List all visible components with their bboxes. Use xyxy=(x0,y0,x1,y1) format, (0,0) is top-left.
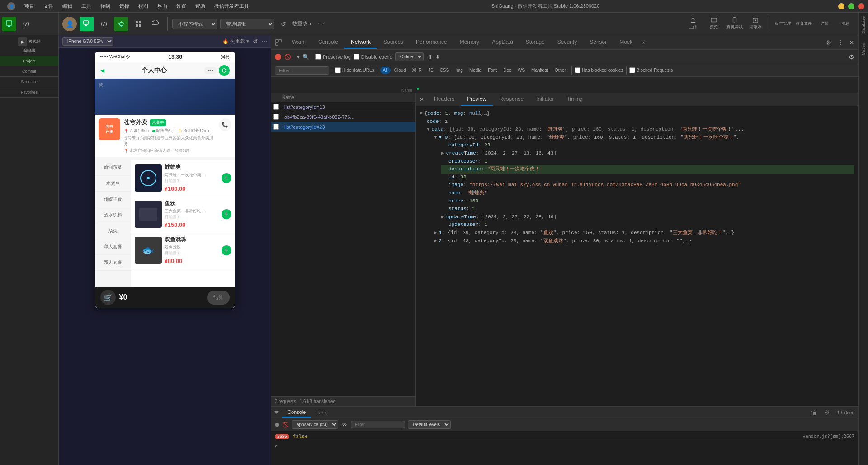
taskbar-item-edit[interactable]: 编辑 xyxy=(59,2,76,10)
sidebar-tab-favorites[interactable]: Favorites xyxy=(0,87,58,98)
tab-console[interactable]: Console xyxy=(312,36,344,49)
details-tab-preview[interactable]: Preview xyxy=(461,93,493,106)
details-tab-response[interactable]: Response xyxy=(493,93,530,106)
name-col-header[interactable]: Name xyxy=(278,93,415,102)
tab-security[interactable]: Security xyxy=(551,36,583,49)
record-button[interactable] xyxy=(275,54,281,60)
tab-sensor[interactable]: Sensor xyxy=(583,36,613,49)
upload-button[interactable]: 上传 xyxy=(684,15,702,33)
tab-mock[interactable]: Mock xyxy=(613,36,639,49)
tab-wxml[interactable]: Wxml xyxy=(286,36,312,49)
request-3-checkbox[interactable] xyxy=(273,124,279,130)
message-button[interactable]: 消息 xyxy=(836,15,854,33)
window-close-button[interactable] xyxy=(858,3,864,9)
appservice-select[interactable]: appservice (#3) xyxy=(292,420,338,429)
details-tab-timing[interactable]: Timing xyxy=(560,93,589,106)
request-2-checkbox[interactable] xyxy=(273,114,279,120)
more-tabs-btn[interactable]: » xyxy=(639,37,649,48)
json-updatetime-toggle[interactable]: ▶ xyxy=(441,213,444,221)
json-item0-toggle[interactable]: ▼ xyxy=(434,134,437,142)
json-item1-toggle[interactable]: ▶ xyxy=(434,229,437,237)
filter-toggle-btn[interactable]: ▾ xyxy=(297,54,300,60)
refresh-button[interactable]: ↺ xyxy=(277,18,290,30)
log-level-select[interactable]: Default levels xyxy=(408,420,451,429)
category-item-3[interactable]: 传统主食 xyxy=(95,192,131,207)
filter-type-img[interactable]: Img xyxy=(453,67,466,74)
filter-type-ws[interactable]: WS xyxy=(515,67,528,74)
sidebar-tab-structure[interactable]: Structure xyxy=(0,77,58,87)
details-tab-initiator[interactable]: Initiator xyxy=(530,93,560,106)
network-settings-btn[interactable]: ⚙ xyxy=(849,53,854,61)
throttle-select[interactable]: Online xyxy=(395,52,424,61)
simulator-button[interactable] xyxy=(2,17,16,31)
json-data-toggle[interactable]: ▼ xyxy=(427,126,430,134)
real-machine-button[interactable]: 真机调试 xyxy=(726,15,744,33)
filter-type-font[interactable]: Font xyxy=(485,67,500,74)
mini-program-mode-select[interactable]: 小程序模式 xyxy=(172,19,217,29)
phone-back-btn[interactable]: ◀ xyxy=(100,67,104,74)
request-row-1[interactable]: list?categoryId=13 xyxy=(271,102,415,112)
tab-performance[interactable]: Performance xyxy=(410,36,453,49)
debugger-btn[interactable] xyxy=(114,17,128,31)
taskbar-item-view[interactable]: 视图 xyxy=(135,2,152,10)
education-button[interactable]: 教育套件 xyxy=(795,15,813,33)
phone-menu-btn[interactable]: ••• xyxy=(204,67,217,74)
taskbar-item-wx-dev[interactable]: 微信开发者工具 xyxy=(211,2,253,10)
tab-appdata[interactable]: AppData xyxy=(486,36,519,49)
taskbar-item-select[interactable]: 选择 xyxy=(116,2,133,10)
task-tab[interactable]: Task xyxy=(311,408,332,417)
call-button[interactable]: 📞 xyxy=(219,118,231,131)
filter-type-cloud[interactable]: Cloud xyxy=(392,67,409,74)
filter-type-css[interactable]: CSS xyxy=(437,67,452,74)
clear-network-btn[interactable]: 🚫 xyxy=(284,53,291,61)
taskbar-item-project[interactable]: 项目 xyxy=(21,2,38,10)
taskbar-item-help[interactable]: 帮助 xyxy=(192,2,209,10)
cart-icon[interactable]: 🛒 xyxy=(100,290,116,305)
sidebar-tab-commit[interactable]: Commit xyxy=(0,66,58,77)
filter-type-xhr[interactable]: XHR xyxy=(410,67,425,74)
request-row-2[interactable]: ab4fb2ca-39f6-43af-b082-776... xyxy=(271,112,415,122)
checkout-button[interactable]: 结算 xyxy=(207,291,230,305)
right-sidebar-tab-database[interactable]: Database xyxy=(861,16,866,34)
simulator-mode-btn[interactable] xyxy=(80,17,94,31)
filter-input[interactable] xyxy=(275,66,329,75)
inspector-toggle-btn[interactable] xyxy=(273,37,284,48)
category-item-6[interactable]: 单人套餐 xyxy=(95,239,131,255)
json-createtime-toggle[interactable]: ▶ xyxy=(441,150,444,158)
json-root-toggle[interactable]: ▼ xyxy=(420,110,423,118)
taskbar-item-goto[interactable]: 转到 xyxy=(97,2,114,10)
user-avatar[interactable]: 👤 xyxy=(62,17,77,31)
clear-cache-button[interactable]: 清缓存 xyxy=(746,15,764,33)
code-edit-btn[interactable] xyxy=(97,17,111,31)
console-filter-input[interactable] xyxy=(351,421,405,428)
import-network-btn[interactable]: ⬆ xyxy=(428,54,433,60)
category-item-1[interactable]: 鲜制蔬菜 xyxy=(95,160,131,176)
disable-cache-checkbox-label[interactable]: Disable cache xyxy=(354,54,392,60)
detail-button[interactable]: 详情 xyxy=(816,15,834,33)
window-minimize-button[interactable] xyxy=(838,3,844,9)
preview-button[interactable]: 预览 xyxy=(705,15,723,33)
console-record-dot[interactable] xyxy=(275,423,279,427)
json-item2-toggle[interactable]: ▶ xyxy=(434,237,437,245)
export-network-btn[interactable]: ⬇ xyxy=(435,54,440,60)
version-mgmt-button[interactable]: 版本管理 xyxy=(774,15,792,33)
phone-more-button[interactable]: ⋯ xyxy=(262,38,267,45)
more-options-button[interactable]: ⋯ xyxy=(315,18,327,30)
hotreload-toggle[interactable]: 热重载 ▾ xyxy=(292,20,312,27)
tab-storage[interactable]: Storage xyxy=(519,36,551,49)
blocked-requests-checkbox[interactable] xyxy=(629,67,635,73)
console-settings-btn[interactable]: ⚙ xyxy=(821,407,834,418)
devtools-close-btn[interactable]: ✕ xyxy=(847,38,856,47)
add-item-2-button[interactable]: + xyxy=(222,209,231,219)
console-expand-btn[interactable] xyxy=(273,409,280,416)
console-clear-log-btn[interactable]: 🚫 xyxy=(282,422,289,428)
taskbar-avatar[interactable]: 👤 xyxy=(4,1,19,11)
taskbar-item-settings[interactable]: 设置 xyxy=(173,2,190,10)
taskbar-item-interface[interactable]: 界面 xyxy=(154,2,171,10)
cloud-btn[interactable] xyxy=(148,17,163,31)
hotreload-btn[interactable]: 🔥 热重载 ▾ xyxy=(222,38,249,45)
compile-mode-select[interactable]: 普通编辑 xyxy=(220,19,274,29)
details-close-btn[interactable]: ✕ xyxy=(416,94,428,105)
details-tab-headers[interactable]: Headers xyxy=(428,93,461,106)
tab-sources[interactable]: Sources xyxy=(377,36,410,49)
